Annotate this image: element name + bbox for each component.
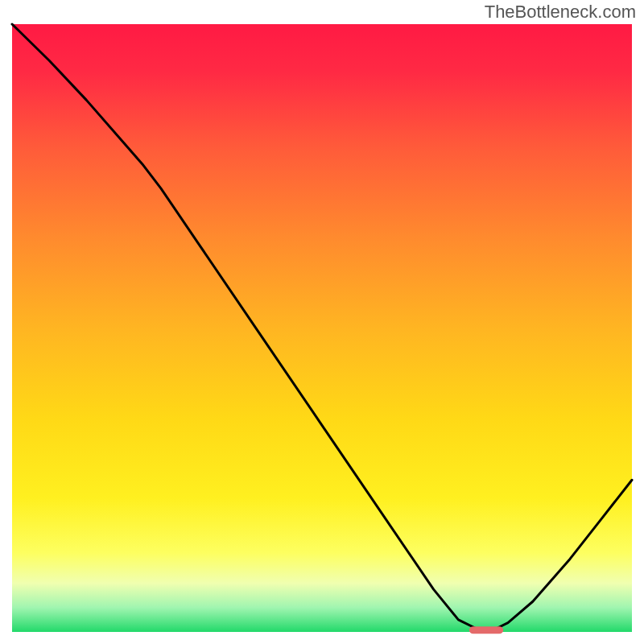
optimal-marker xyxy=(469,626,503,634)
watermark-text: TheBottleneck.com xyxy=(485,2,636,23)
chart-svg xyxy=(0,0,644,644)
chart-container: TheBottleneck.com xyxy=(0,0,644,644)
plot-background xyxy=(12,24,632,632)
